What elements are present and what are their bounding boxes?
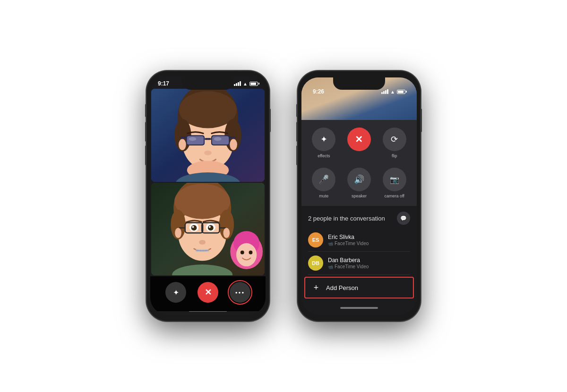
svg-point-30 [192,226,194,228]
svg-rect-10 [205,138,211,140]
end-call-panel-icon: ✕ [355,134,363,145]
signal-icon-2 [381,89,388,94]
speaker-label: speaker [352,194,367,198]
effects-label: effects [318,153,330,158]
phone-1: 9:17 ▲ [146,71,269,321]
effects-circle: ✦ [312,128,335,151]
end-call-button[interactable]: ✕ [198,282,218,303]
video-top [151,89,265,182]
battery-icon-2 [397,90,405,94]
home-indicator-2 [340,307,378,309]
status-bar-2: 9:26 ▲ [305,84,413,97]
svg-point-50 [241,250,244,254]
person-initials-2: DB [312,260,319,266]
svg-rect-11 [180,136,187,138]
svg-point-29 [208,225,214,230]
svg-point-13 [204,151,212,155]
speaker-button[interactable]: 🔊 speaker [346,168,372,198]
volume-up-button [145,122,146,142]
effects-panel-button[interactable]: ✦ effects [311,128,337,158]
svg-point-51 [249,250,253,254]
status-icons-2: ▲ [381,89,405,94]
add-person-text: Add Person [326,284,358,291]
end-call-panel-button[interactable]: ✕ . [346,128,372,158]
notch [182,77,234,90]
power-button-2 [421,109,422,132]
facetime-panel: 9:26 ▲ [301,77,417,315]
person-info-1: Eric Slivka 📹 FaceTime Video [328,234,410,246]
svg-point-37 [199,240,206,245]
effects-button[interactable]: ✦ [165,282,186,303]
svg-point-28 [191,225,197,230]
status-icons-1: ▲ [234,81,258,86]
svg-point-45 [223,228,230,238]
memoji-bottom-svg [151,183,265,276]
panel-controls: ✦ effects ✕ . ⟳ flip [301,120,417,206]
flip-icon: ⟳ [391,134,398,145]
svg-point-14 [179,139,186,150]
flip-label: flip [392,153,397,158]
svg-point-18 [189,137,197,141]
person-initials-1: ES [312,237,319,243]
effects-panel-icon: ✦ [320,134,327,145]
add-plus-icon: + [311,282,321,293]
camera-label: camera off [384,194,404,198]
person-avatar-1: ES [308,232,323,247]
svg-point-31 [209,226,211,228]
person-status-text-1: FaceTime Video [335,241,369,246]
end-call-icon: ✕ [205,287,212,298]
svg-rect-8 [187,136,204,145]
camera-circle: 📷 [383,168,406,191]
person-row-1: ES Eric Slivka 📹 FaceTime Video [301,229,417,251]
facetime-screen: 9:17 ▲ [150,77,266,315]
people-header: 2 people in the conversation 💬 [301,206,417,229]
effects-icon: ✦ [173,288,179,297]
mute-button[interactable]: 🎤 mute [311,168,337,198]
person-avatar-2: DB [308,256,323,271]
svg-rect-9 [212,136,229,145]
flip-button[interactable]: ⟳ flip [381,128,407,158]
more-options-button[interactable]: ●●● [230,282,250,303]
svg-point-42 [203,250,204,251]
time-display-1: 9:17 [158,80,169,87]
mute-circle: 🎤 [312,168,335,191]
person-status-2: 📹 FaceTime Video [328,264,410,269]
person-info-2: Dan Barbera 📹 FaceTime Video [328,257,410,269]
video-bottom [151,183,265,276]
mute-label: mute [319,194,328,198]
controls-bar-1: ✦ ✕ ●●● [150,276,266,311]
person-status-1: 📹 FaceTime Video [328,241,410,246]
mute-icon: 🎤 [318,174,329,185]
phone-2: 9:26 ▲ [298,71,421,321]
svg-point-41 [200,250,201,251]
svg-rect-12 [229,136,236,138]
person-name-1: Eric Slivka [328,234,410,240]
message-icon[interactable]: 💬 [397,212,410,225]
add-person-row[interactable]: + Add Person [304,277,414,298]
wifi-icon: ▲ [243,81,248,86]
more-icon: ●●● [235,290,245,295]
video-cam-icon-1: 📹 [328,241,333,246]
power-button [269,109,271,132]
speaker-icon: 🔊 [354,174,364,185]
video-grid [150,88,266,276]
time-display-2: 9:26 [313,88,324,95]
people-count: 2 people in the conversation [308,215,385,222]
camera-off-button[interactable]: 📷 camera off [381,168,407,198]
wifi-icon-2: ▲ [390,89,395,94]
mute-switch [145,104,146,117]
svg-point-44 [175,228,181,238]
video-cam-icon-2: 📹 [328,264,333,269]
person-status-text-2: FaceTime Video [335,264,369,269]
phone-1-screen: 9:17 ▲ [150,77,266,315]
volume-up-button-2 [296,122,298,142]
speaker-circle: 🔊 [347,168,371,191]
signal-icon [234,81,241,86]
phone-2-screen: 9:26 ▲ [301,77,417,315]
end-circle: ✕ [347,128,371,151]
volume-down-button-2 [296,145,298,165]
svg-point-43 [206,250,207,251]
volume-down-button [145,145,146,165]
person-name-2: Dan Barbera [328,257,410,264]
memoji-top-svg [151,89,265,182]
